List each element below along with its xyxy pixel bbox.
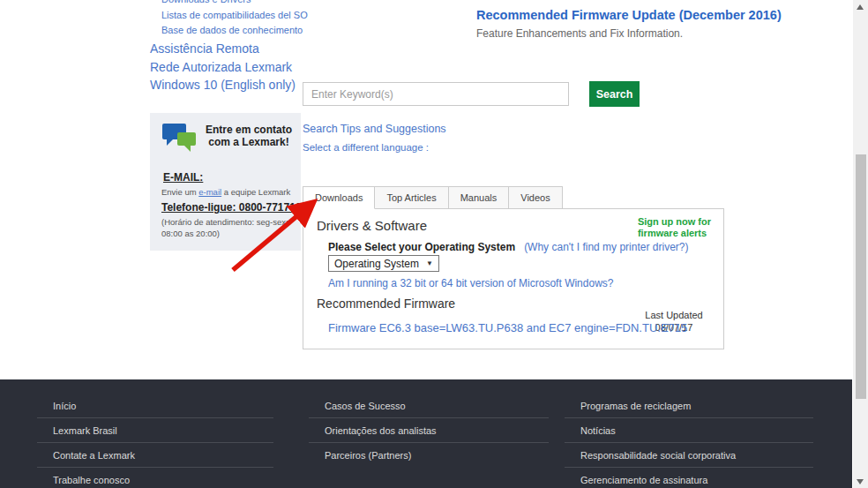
tab-top-articles[interactable]: Top Articles	[375, 186, 448, 209]
firmware-update-subheadline: Feature Enhancements and Fix Information…	[476, 27, 683, 40]
sidebar-item-authorized-network[interactable]: Rede Autorizada Lexmark	[150, 60, 292, 74]
search-tips-link[interactable]: Search Tips and Suggestions	[303, 123, 446, 135]
tab-videos[interactable]: Videos	[509, 186, 562, 209]
footer-col-1: Início Lexmark Brasil Contate a Lexmark …	[37, 394, 273, 488]
hours-line2: 08:00 as 20:00)	[161, 229, 220, 238]
email-line: Envie um e-mail a equipe Lexmark	[161, 187, 290, 197]
tab-downloads[interactable]: Downloads	[303, 186, 375, 209]
drivers-software-title: Drivers & Software	[317, 218, 427, 233]
contact-title-line2: com a Lexmark!	[208, 136, 288, 148]
language-link-label: Select a different language	[303, 142, 423, 153]
footer-link-noticias[interactable]: Notícias	[565, 418, 813, 443]
bit-version-link[interactable]: Am I running a 32 bit or 64 bit version …	[328, 277, 613, 289]
language-link[interactable]: Select a different language :	[303, 142, 429, 153]
footer-col-2: Casos de Sucesso Orientações dos analist…	[309, 394, 549, 468]
downloads-panel: Drivers & Software Sign up now for firmw…	[303, 208, 724, 349]
footer-link-inicio[interactable]: Início	[37, 394, 273, 418]
footer-link-lexmark-brasil[interactable]: Lexmark Brasil	[37, 418, 273, 443]
sidebar-item-downloads-drivers[interactable]: Downloads e Drivers	[161, 0, 251, 4]
search-input[interactable]	[303, 82, 569, 106]
footer-link-reciclagem[interactable]: Programas de reciclagem	[565, 394, 813, 418]
chat-bubbles-icon	[161, 122, 200, 154]
scrollbar-down-arrow-icon[interactable]	[857, 479, 864, 484]
os-select-row: Please Select your Operating System (Why…	[328, 241, 688, 253]
footer-link-responsabilidade[interactable]: Responsabilidade social corporativa	[565, 443, 813, 468]
contact-box: Entre em contato com a Lexmark! E-MAIL: …	[150, 113, 301, 251]
email-text-pre: Envie um	[161, 187, 198, 197]
footer-col-3: Programas de reciclagem Notícias Respons…	[565, 394, 813, 488]
operating-system-select[interactable]: Operating System ▼	[328, 255, 439, 272]
lexmark-support-page: Downloads e Drivers Listas de compatibil…	[0, 0, 868, 488]
footer-link-contate[interactable]: Contate a Lexmark	[37, 443, 273, 468]
contact-title: Entre em contato com a Lexmark!	[201, 124, 296, 148]
email-link[interactable]: e-mail	[198, 187, 221, 197]
scrollbar-thumb[interactable]	[856, 154, 866, 399]
footer-link-casos[interactable]: Casos de Sucesso	[309, 394, 549, 418]
vertical-scrollbar[interactable]	[853, 0, 868, 488]
email-label: E-MAIL:	[163, 171, 203, 184]
sidebar-item-remote-assistance[interactable]: Assistência Remota	[150, 41, 259, 56]
recommended-firmware-title: Recommended Firmware	[317, 297, 455, 311]
sidebar-item-windows10[interactable]: Windows 10 (English only)	[150, 78, 296, 92]
printer-driver-help-link[interactable]: (Why can't I find my printer driver?)	[524, 241, 688, 253]
firmware-update-headline[interactable]: Recommended Firmware Update (December 20…	[476, 8, 782, 22]
sidebar-item-knowledge-base[interactable]: Base de dados de conhecimento	[161, 25, 303, 35]
footer-link-assinatura[interactable]: Gerenciamento de assinatura	[565, 468, 813, 488]
language-link-colon: :	[423, 142, 429, 153]
search-button[interactable]: Search	[589, 81, 640, 107]
firmware-download-link[interactable]: Firmware EC6.3 base=LW63.TU.P638 and EC7…	[328, 321, 687, 334]
chevron-down-icon: ▼	[426, 259, 433, 267]
footer-link-trabalhe[interactable]: Trabalhe conosco	[37, 468, 273, 488]
firmware-alerts-signup-link[interactable]: Sign up now for firmware alerts	[638, 216, 711, 239]
sidebar-item-compat-lists[interactable]: Listas de compatibilidades del SO	[161, 10, 308, 20]
signup-line2: firmware alerts	[638, 228, 707, 238]
footer-link-parceiros[interactable]: Parceiros (Partners)	[309, 443, 549, 468]
os-select-label: Please Select your Operating System	[328, 241, 515, 253]
phone-number: Telefone-ligue: 0800-7717166	[161, 201, 307, 214]
results-tabs: Downloads Top Articles Manuals Videos	[303, 186, 563, 209]
scrollbar-up-arrow-icon[interactable]	[857, 4, 864, 10]
signup-line1: Sign up now for	[638, 216, 711, 227]
last-updated-label: Last Updated	[645, 310, 702, 320]
page-footer: Início Lexmark Brasil Contate a Lexmark …	[0, 379, 852, 488]
hours-line1: (Horário de atendimento: seg-sex:	[161, 217, 288, 227]
footer-link-orientacoes[interactable]: Orientações dos analistas	[309, 418, 549, 443]
tab-manuals[interactable]: Manuals	[449, 186, 510, 209]
os-select-value: Operating System	[334, 258, 419, 270]
spacer	[518, 241, 520, 253]
email-text-post: a equipe Lexmark	[221, 187, 290, 197]
contact-title-line1: Entre em contato	[206, 124, 292, 136]
contact-hours: (Horário de atendimento: seg-sex: 08:00 …	[161, 216, 288, 239]
